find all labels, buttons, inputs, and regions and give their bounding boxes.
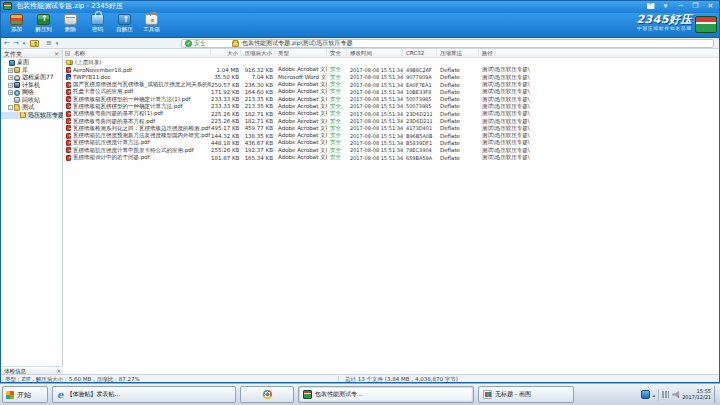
- column-header[interactable]: 路径: [479, 49, 567, 58]
- show-desktop-button[interactable]: [714, 386, 718, 403]
- folder-tree-item[interactable]: 桌面: [1, 59, 63, 67]
- folder-tree-item[interactable]: 迅压软压专题: [1, 112, 63, 120]
- taskbar-task-button[interactable]: 包装性能测试专...: [298, 386, 474, 403]
- view-mode-button[interactable]: ≡: [45, 38, 53, 49]
- file-type-icon: [66, 103, 71, 109]
- minimize-button[interactable]: ─: [675, 1, 686, 11]
- file-row[interactable]: 瓦楞纸板弯曲问题的基本方程.pdf 225.26 KB 182.71 KB Ad…: [64, 117, 719, 124]
- file-name: 瓦楞纸箱抗压强度计算方法.pdf: [73, 139, 150, 146]
- view-caret-icon[interactable]: ▾: [54, 38, 60, 49]
- taskbar: 开始 e 【体验帖】发表帖... 包装性能测试专... 无标题 - 画图 ▴ 1…: [0, 383, 720, 405]
- column-header[interactable]: 安全: [327, 49, 347, 58]
- column-header[interactable]: 修改时间: [347, 49, 403, 58]
- file-method: Deflate: [437, 155, 479, 161]
- file-row[interactable]: (上层目录): [64, 59, 719, 66]
- file-type-icon: [66, 82, 71, 88]
- clock-date: 2017/12/21: [682, 395, 711, 401]
- network-icon[interactable]: [662, 391, 669, 398]
- tray-app-icon[interactable]: [641, 390, 650, 399]
- file-size: 233.33 KB: [211, 103, 241, 109]
- task-label: 【体验帖】发表帖...: [66, 390, 120, 399]
- column-header[interactable]: 压缩后大小: [241, 49, 275, 58]
- toolbar-button[interactable]: 解压到: [30, 13, 57, 38]
- file-row[interactable]: 瓦楞纸板箱瓦楞楞型的一种确定计算方法(1).pdf 233.33 KB 213.…: [64, 95, 719, 102]
- file-row[interactable]: 瓦楞纸板箱瓦楞楞型的一种确定计算方法.pdf 233.33 KB 213.35 …: [64, 103, 719, 110]
- tree-expander-icon[interactable]: +: [8, 90, 13, 95]
- folders-panel-close-icon[interactable]: ✕: [53, 49, 60, 58]
- taskbar-task-button[interactable]: [240, 386, 294, 403]
- file-row[interactable]: AeroNovember18.pdf 1.04 MB 916.32 KB Ado…: [64, 66, 719, 73]
- toolbar-button[interactable]: 删除: [57, 13, 84, 38]
- file-crc32: B5839DF1: [403, 140, 437, 146]
- address-field[interactable]: ✓ 安全 包装性能测试专题.zip\测试\迅压软压专题: [181, 39, 714, 48]
- back-button[interactable]: ←: [3, 38, 11, 49]
- file-type: Adobe Acrobat 文档: [275, 81, 327, 88]
- file-modified: 2017-08-08 15:51:34: [347, 155, 403, 161]
- history-caret-icon[interactable]: ▾: [21, 38, 27, 49]
- up-folder-button[interactable]: [30, 40, 39, 47]
- file-row[interactable]: 瓦楞纸板弯曲问题的基本方程(1).pdf 225.26 KB 182.71 KB…: [64, 110, 719, 117]
- security-label: 安全: [194, 39, 206, 48]
- forward-button[interactable]: →: [12, 38, 20, 49]
- column-header[interactable]: 类型: [275, 49, 327, 58]
- haozip-app-screen: 包装性能测试专题.zip - 2345好压 ▾ ─ ❐ ✕ 添加 解压到 删除 …: [0, 0, 720, 405]
- file-security: 安全: [327, 147, 347, 154]
- column-header[interactable]: 大小: [211, 49, 241, 58]
- file-path: 测试\迅压软压专题\: [479, 66, 567, 73]
- tree-expander-icon[interactable]: +: [8, 75, 13, 80]
- file-row[interactable]: 瓦楞纸板检测系列化之四：瓦楞纸板边压强度的检测.pdf 495.17 KB 45…: [64, 125, 719, 132]
- task-app-icon: [483, 390, 492, 399]
- file-name-cell: 托盘卡普公式的应用.pdf: [64, 88, 211, 95]
- address-bar: ← → ▾ ≡ ▾ ✓ 安全 包装性能测试专题.zip\测试\迅压软压专题: [1, 38, 719, 49]
- tree-item-label: 回收站: [22, 97, 40, 105]
- taskbar-task-button[interactable]: e 【体验帖】发表帖...: [52, 386, 236, 403]
- file-security: 安全: [327, 110, 347, 117]
- toolbar-button[interactable]: 密码: [84, 13, 111, 38]
- column-header[interactable]: CRC32: [403, 49, 437, 58]
- toolbar-button[interactable]: 工具箱: [138, 13, 165, 38]
- columns-expand-icon[interactable]: +: [65, 51, 70, 56]
- file-row[interactable]: 托盘卡普公式的应用.pdf 171.92 KB 164.60 KB Adobe …: [64, 88, 719, 95]
- tray-expand-icon[interactable]: ▴: [653, 392, 656, 398]
- file-row[interactable]: 瓦楞纸箱抗压强度计算方法.pdf 448.18 KB 436.67 KB Ado…: [64, 139, 719, 146]
- toolbar-button[interactable]: 添加: [3, 13, 30, 38]
- skin-button[interactable]: [645, 1, 656, 11]
- tree-expander-icon[interactable]: +: [8, 68, 13, 73]
- taskbar-clock[interactable]: 15:55 2017/12/21: [682, 389, 711, 400]
- volume-icon[interactable]: [672, 391, 679, 398]
- file-packed-size: 138.35 KB: [241, 133, 275, 139]
- file-packed-size: 213.35 KB: [241, 103, 275, 109]
- column-header[interactable]: 压缩算法: [437, 49, 479, 58]
- file-row[interactable]: 瓦楞纸箱抗压强度计算中凯里卡特公式的应用.pdf 255.26 KB 192.3…: [64, 147, 719, 154]
- folder-tree-item[interactable]: + 远程桌面77: [1, 74, 63, 82]
- tree-item-label: 桌面: [17, 59, 29, 67]
- file-modified: 2017-08-08 15:51:34: [347, 125, 403, 131]
- taskbar-task-button[interactable]: 无标题 - 画图: [478, 386, 574, 403]
- health-panel-header[interactable]: 体检信息 ✕: [1, 366, 63, 374]
- start-button[interactable]: 开始: [2, 386, 48, 403]
- alert-badge: [678, 396, 681, 399]
- tree-expander-icon[interactable]: -: [8, 105, 13, 110]
- file-security: 安全: [327, 103, 347, 110]
- folder-tree-item[interactable]: 回收站: [1, 97, 63, 105]
- file-row[interactable]: 瓦楞纸箱设计中的若干问题.pdf 181.87 KB 165.34 KB Ado…: [64, 154, 719, 161]
- file-type-icon: [66, 89, 71, 95]
- tree-item-icon: [14, 67, 20, 73]
- tree-expander-icon[interactable]: +: [8, 83, 13, 88]
- file-row[interactable]: 瓦楞纸箱抗压强度预测新方法及强度模型国内外研究.pdf 144.32 KB 13…: [64, 132, 719, 139]
- file-row[interactable]: TWPYB11.doc 35.50 KB 7.04 KB Microsoft W…: [64, 74, 719, 81]
- menu-caret-button[interactable]: ▾: [660, 1, 671, 11]
- file-type: Adobe Acrobat 文档: [275, 88, 327, 95]
- file-method: Deflate: [437, 118, 479, 124]
- toolbar-button[interactable]: 自解压: [111, 13, 138, 38]
- folder-tree-item[interactable]: - 测试: [1, 104, 63, 112]
- close-button[interactable]: ✕: [705, 1, 716, 11]
- folder-tree-item[interactable]: + 网络: [1, 89, 63, 97]
- folder-tree-item[interactable]: + 计算机: [1, 82, 63, 90]
- folder-tree-item[interactable]: + 库: [1, 67, 63, 75]
- file-packed-size: 165.34 KB: [241, 155, 275, 161]
- column-header[interactable]: 名称: [64, 49, 211, 58]
- restore-button[interactable]: ❐: [690, 1, 701, 11]
- file-crc32: 9077909A: [403, 74, 437, 80]
- file-row[interactable]: 国产瓦楞原纸强度与瓦楞纸板_成箱抗压强度之间关系的研究.pdf 250.57 K…: [64, 81, 719, 88]
